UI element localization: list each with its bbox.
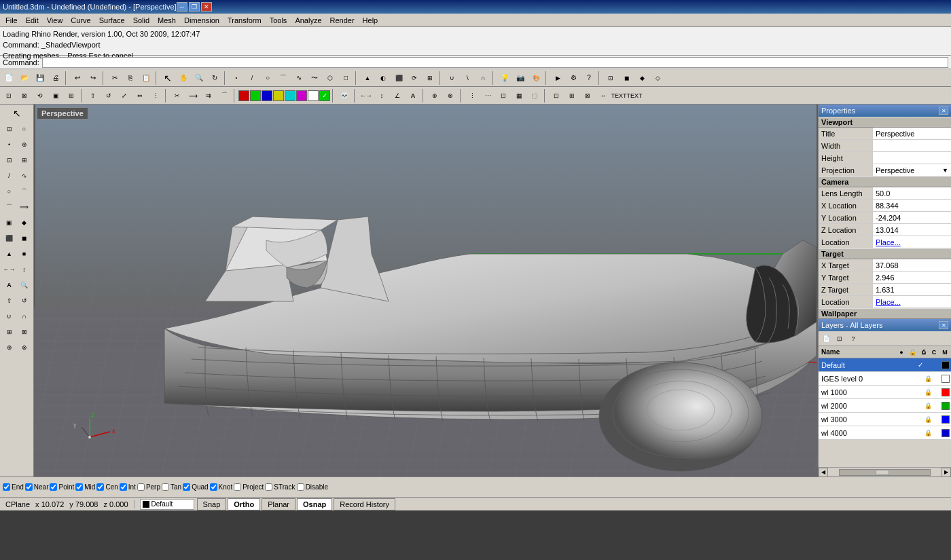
tb-line[interactable]: / xyxy=(245,71,259,86)
prop-camloc-value[interactable]: Place... xyxy=(873,236,951,248)
tb-boolean-union[interactable]: ∪ xyxy=(444,71,459,86)
left-marquee[interactable]: ⊡ xyxy=(2,122,16,136)
tb2-extra2[interactable]: ⊞ xyxy=(564,88,579,103)
tb-zoom[interactable]: 🔍 xyxy=(192,71,207,86)
tb2-skull[interactable]: 💀 xyxy=(337,88,352,103)
snap-knot[interactable]: Knot xyxy=(210,483,233,491)
status-snap-btn[interactable]: Snap xyxy=(197,498,227,510)
snap-cen-checkbox[interactable] xyxy=(96,483,104,491)
tb2-mesh3[interactable]: ⊡ xyxy=(496,88,511,103)
left-pt2[interactable]: ⊞ xyxy=(17,153,31,168)
tb2-color7[interactable] xyxy=(308,90,319,101)
status-ortho-btn[interactable]: Ortho xyxy=(228,498,260,510)
prop-tgtloc-value[interactable]: Place... xyxy=(873,296,951,307)
left-grid2[interactable]: ⊠ xyxy=(17,324,31,339)
left-pt1[interactable]: ⊡ xyxy=(2,153,16,168)
left-solid1[interactable]: ▲ xyxy=(2,246,16,261)
tb2-color3[interactable] xyxy=(262,90,272,101)
tb2-mirror[interactable]: ⇔ xyxy=(132,88,147,103)
snap-int[interactable]: Int xyxy=(120,483,136,491)
tb-texture[interactable]: 🎨 xyxy=(528,71,543,86)
layers-new[interactable]: 📄 xyxy=(820,333,832,345)
scroll-left[interactable]: ◀ xyxy=(819,468,828,477)
snap-near[interactable]: Near xyxy=(25,483,49,491)
tb-point[interactable]: • xyxy=(229,71,244,86)
tb-settings[interactable]: ⚙ xyxy=(566,71,581,86)
snap-mid[interactable]: Mid xyxy=(75,483,95,491)
snap-int-checkbox[interactable] xyxy=(120,483,127,491)
layer-row-wl2000[interactable]: wl 2000 🔒 xyxy=(819,399,951,413)
snap-disable[interactable]: Disable xyxy=(297,483,328,491)
tb-help-btn[interactable]: ? xyxy=(581,71,596,86)
left-grid1[interactable]: ⊞ xyxy=(2,324,16,339)
layer-row-default[interactable]: Default ✓ xyxy=(819,358,951,372)
tb2-color4[interactable] xyxy=(273,90,284,101)
scroll-right[interactable]: ▶ xyxy=(941,468,951,477)
layer-row-wl1000[interactable]: wl 1000 🔒 xyxy=(819,386,951,399)
layers-filter[interactable]: ⊡ xyxy=(833,333,846,345)
snap-mid-checkbox[interactable] xyxy=(75,483,83,491)
tb-undo[interactable]: ↩ xyxy=(70,71,85,86)
tb-paste[interactable]: 📋 xyxy=(139,71,154,86)
tb2-extra4[interactable]: ↔ xyxy=(596,88,611,103)
menu-help[interactable]: Help xyxy=(359,15,382,26)
left-arrow[interactable]: ↖ xyxy=(2,106,32,121)
tb2-rotate2[interactable]: ↺ xyxy=(101,88,116,103)
tb-redo[interactable]: ↪ xyxy=(86,71,101,86)
tb2-color1[interactable] xyxy=(238,90,249,101)
tb2-extra6[interactable]: TEXT xyxy=(627,88,642,103)
tb2-move[interactable]: ⇧ xyxy=(86,88,101,103)
left-text2[interactable]: 🔍 xyxy=(17,278,31,293)
left-dim1[interactable]: ←→ xyxy=(2,262,16,277)
tb-select[interactable]: ↖ xyxy=(160,71,175,86)
snap-quad[interactable]: Quad xyxy=(183,483,208,491)
menu-view[interactable]: View xyxy=(43,15,67,26)
command-input[interactable] xyxy=(42,57,948,68)
tb2-scale[interactable]: ⤢ xyxy=(117,88,132,103)
tb2-color6[interactable] xyxy=(296,90,307,101)
menu-transform[interactable]: Transform xyxy=(223,15,266,26)
tb-cut[interactable]: ✂ xyxy=(107,71,122,86)
snap-knot-checkbox[interactable] xyxy=(210,483,217,491)
snap-project[interactable]: Project xyxy=(234,483,264,491)
status-record-btn[interactable]: Record History xyxy=(334,498,395,510)
left-crv1[interactable]: / xyxy=(2,168,16,183)
tb-shaded[interactable]: ◼ xyxy=(619,71,634,86)
menu-tools[interactable]: Tools xyxy=(266,15,291,26)
minimize-button[interactable]: ─ xyxy=(177,2,187,12)
snap-end-checkbox[interactable] xyxy=(3,483,10,491)
tb2-ungroup[interactable]: ⊞ xyxy=(64,88,79,103)
tb-save[interactable]: 💾 xyxy=(33,71,48,86)
snap-strack-checkbox[interactable] xyxy=(265,483,272,491)
snap-tan-checkbox[interactable] xyxy=(162,483,169,491)
left-srf4[interactable]: ◼ xyxy=(17,231,31,246)
tb-rendered[interactable]: ◆ xyxy=(634,71,649,86)
layers-close[interactable]: ✕ xyxy=(939,321,948,329)
tb2-snap1[interactable]: ⊕ xyxy=(427,88,442,103)
restore-button[interactable]: ❐ xyxy=(189,2,200,12)
tb2-fillet[interactable]: ⌒ xyxy=(217,88,232,103)
status-osnap-btn[interactable]: Osnap xyxy=(297,498,332,510)
left-srf1[interactable]: ▣ xyxy=(2,215,16,230)
tb2-invert-sel[interactable]: ⟲ xyxy=(33,88,48,103)
tb-extrude[interactable]: ▲ xyxy=(360,71,375,86)
menu-solid[interactable]: Solid xyxy=(129,15,154,26)
tb2-dim3[interactable]: ∠ xyxy=(390,88,405,103)
tb2-dim1[interactable]: ←→ xyxy=(359,88,374,103)
tb2-trim[interactable]: ✂ xyxy=(170,88,185,103)
snap-tan[interactable]: Tan xyxy=(162,483,181,491)
tb2-offset[interactable]: ⇉ xyxy=(201,88,216,103)
snap-cen[interactable]: Cen xyxy=(96,483,118,491)
snap-quad-checkbox[interactable] xyxy=(183,483,190,491)
snap-near-checkbox[interactable] xyxy=(25,483,33,491)
snap-point[interactable]: Point xyxy=(50,483,74,491)
left-point-sel[interactable]: • xyxy=(2,137,16,152)
menu-mesh[interactable]: Mesh xyxy=(154,15,180,26)
tb2-dim2[interactable]: ↕ xyxy=(374,88,389,103)
tb2-group[interactable]: ▣ xyxy=(48,88,63,103)
tb2-extend[interactable]: ⟶ xyxy=(185,88,200,103)
left-srf3[interactable]: ⬛ xyxy=(2,231,16,246)
tb2-checkmark[interactable]: ✓ xyxy=(319,90,330,101)
tb2-select-all[interactable]: ⊡ xyxy=(1,88,16,103)
layer-row-wl3000[interactable]: wl 3000 🔒 xyxy=(819,413,951,426)
